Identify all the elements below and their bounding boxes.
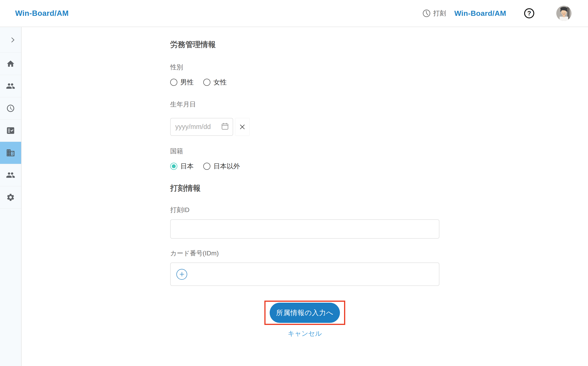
card-number-label: カード番号(IDm) bbox=[170, 249, 439, 257]
people-icon bbox=[6, 170, 15, 180]
sidebar-item-home[interactable] bbox=[0, 53, 21, 75]
nationality-radio-group: 日本 日本以外 bbox=[170, 163, 439, 170]
annotation-highlight-box: 所属情報の入力へ bbox=[264, 301, 345, 325]
clock-icon bbox=[422, 9, 431, 18]
cancel-area: キャンセル bbox=[170, 329, 439, 337]
cancel-link[interactable]: キャンセル bbox=[288, 329, 322, 337]
sidebar bbox=[0, 27, 22, 366]
punch-label: 打刻 bbox=[433, 9, 446, 18]
help-button[interactable]: ? bbox=[524, 8, 534, 18]
user-avatar[interactable] bbox=[556, 6, 572, 21]
radio-male-circle[interactable] bbox=[170, 79, 177, 86]
sidebar-item-company[interactable] bbox=[0, 142, 21, 164]
punch-id-label: 打刻ID bbox=[170, 206, 439, 214]
section-title-punch: 打刻情報 bbox=[170, 183, 439, 193]
birthdate-placeholder: yyyy/mm/dd bbox=[175, 123, 211, 130]
product-name[interactable]: Win-Board/AM bbox=[454, 9, 506, 18]
radio-option-non-japan[interactable]: 日本以外 bbox=[203, 163, 240, 170]
app-logo[interactable]: Win-Board/AM bbox=[15, 9, 69, 18]
radio-japan-label: 日本 bbox=[180, 163, 194, 170]
submit-area: 所属情報の入力へ bbox=[170, 301, 439, 325]
clear-date-button[interactable] bbox=[235, 118, 250, 136]
user-photo-icon bbox=[556, 6, 572, 21]
sidebar-expand-button[interactable] bbox=[0, 27, 21, 53]
section-title-labor: 労務管理情報 bbox=[170, 40, 439, 49]
chevron-right-icon bbox=[9, 36, 16, 44]
header-actions: 打刻 Win-Board/AM ? bbox=[422, 6, 572, 21]
submit-button[interactable]: 所属情報の入力へ bbox=[270, 303, 340, 323]
schedule-clock-icon bbox=[6, 104, 15, 113]
radio-option-female[interactable]: 女性 bbox=[203, 79, 227, 86]
radio-female-label: 女性 bbox=[213, 79, 227, 86]
nationality-label: 国籍 bbox=[170, 147, 439, 155]
sidebar-item-attendance[interactable] bbox=[0, 97, 21, 120]
main-content: 労務管理情報 性別 男性 女性 生年月日 yyyy/mm/dd bbox=[22, 27, 588, 366]
calendar-icon[interactable] bbox=[221, 122, 229, 131]
sidebar-item-staff[interactable] bbox=[0, 164, 21, 186]
employee-form: 労務管理情報 性別 男性 女性 生年月日 yyyy/mm/dd bbox=[170, 27, 439, 337]
birthdate-row: yyyy/mm/dd bbox=[170, 118, 439, 136]
checklist-icon bbox=[6, 126, 15, 135]
radio-japan-circle[interactable] bbox=[170, 163, 177, 170]
people-icon bbox=[6, 82, 15, 91]
home-icon bbox=[6, 60, 15, 68]
app-header: Win-Board/AM 打刻 Win-Board/AM ? bbox=[0, 0, 588, 27]
gender-radio-group: 男性 女性 bbox=[170, 79, 439, 86]
punch-id-input[interactable] bbox=[170, 219, 439, 239]
radio-option-japan[interactable]: 日本 bbox=[170, 163, 194, 170]
sidebar-item-members[interactable] bbox=[0, 75, 21, 97]
punch-clock-link[interactable]: 打刻 bbox=[422, 9, 446, 18]
radio-female-circle[interactable] bbox=[203, 79, 210, 86]
radio-non-japan-circle[interactable] bbox=[203, 163, 210, 170]
radio-non-japan-label: 日本以外 bbox=[213, 163, 240, 170]
question-mark-icon: ? bbox=[527, 10, 531, 16]
plus-icon bbox=[179, 271, 185, 277]
card-number-input[interactable] bbox=[170, 262, 439, 286]
building-icon bbox=[6, 148, 15, 157]
radio-male-label: 男性 bbox=[180, 79, 194, 86]
gear-icon bbox=[6, 193, 15, 202]
sidebar-item-records[interactable] bbox=[0, 120, 21, 142]
app-window: Win-Board/AM 打刻 Win-Board/AM ? bbox=[0, 0, 588, 366]
close-icon bbox=[239, 123, 246, 130]
birthdate-input[interactable]: yyyy/mm/dd bbox=[170, 118, 233, 136]
gender-label: 性別 bbox=[170, 63, 439, 71]
add-card-button[interactable] bbox=[176, 269, 187, 280]
sidebar-item-settings[interactable] bbox=[0, 186, 21, 209]
birthdate-label: 生年月日 bbox=[170, 100, 439, 108]
radio-option-male[interactable]: 男性 bbox=[170, 79, 194, 86]
